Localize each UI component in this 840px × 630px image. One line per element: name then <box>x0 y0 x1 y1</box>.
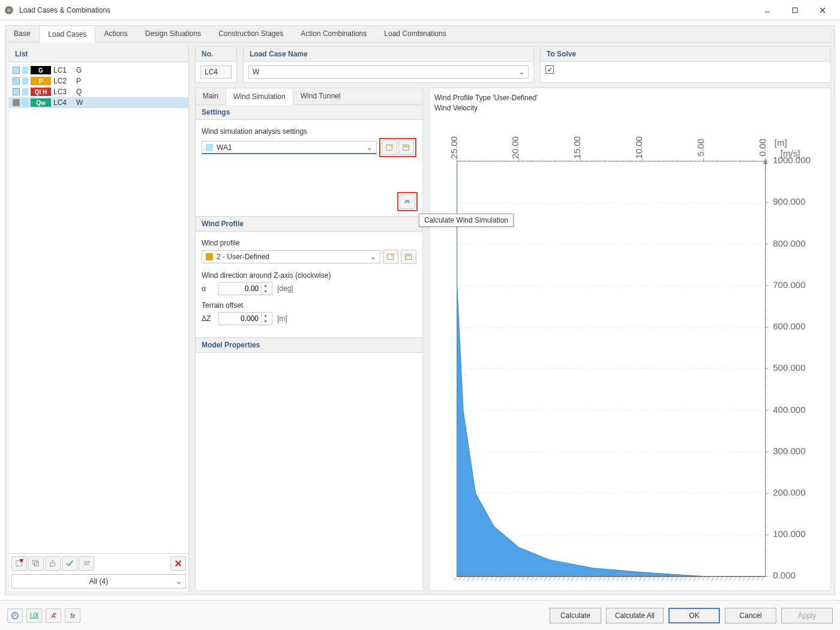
load-case-label: G <box>76 66 82 74</box>
calculate-button[interactable]: Calculate <box>550 608 601 623</box>
svg-text:fx: fx <box>70 611 76 619</box>
main-tabstrip: BaseLoad CasesActionsDesign SituationsCo… <box>5 25 835 42</box>
text-format-button[interactable]: A <box>46 608 61 623</box>
svg-line-203 <box>698 576 701 581</box>
copy-item-button[interactable] <box>28 556 44 571</box>
svg-line-174 <box>567 576 570 581</box>
list-row-lc3[interactable]: Ql HLC3Q <box>9 86 188 97</box>
svg-line-202 <box>693 576 696 581</box>
svg-text:300.000: 300.000 <box>773 445 805 455</box>
svg-line-201 <box>689 576 692 581</box>
new-wind-profile-button[interactable] <box>383 250 398 264</box>
cancel-button[interactable]: Cancel <box>725 608 776 623</box>
svg-line-210 <box>730 576 733 581</box>
dz-symbol: ΔZ <box>202 314 214 323</box>
ok-button[interactable]: OK <box>668 608 720 623</box>
close-button[interactable] <box>809 1 836 19</box>
calculate-wind-simulation-button[interactable] <box>400 194 415 209</box>
new-analysis-settings-button[interactable] <box>382 140 397 155</box>
list-row-lc2[interactable]: PLC2P <box>9 76 188 86</box>
alpha-input[interactable]: ▲▼ <box>218 282 272 295</box>
subtab-wind-simulation[interactable]: Wind Simulation <box>226 89 293 105</box>
load-case-name-value: W <box>253 68 259 76</box>
svg-line-199 <box>680 576 683 581</box>
edit-analysis-settings-button[interactable] <box>398 140 414 155</box>
svg-rect-17 <box>404 146 408 147</box>
edit-wind-profile-button[interactable] <box>401 250 416 264</box>
tab-load-cases[interactable]: Load Cases <box>39 26 95 43</box>
tab-action-combinations[interactable]: Action Combinations <box>292 26 376 42</box>
checkbox-icon[interactable] <box>13 99 20 106</box>
tab-construction-stages[interactable]: Construction Stages <box>210 26 292 42</box>
move-item-button[interactable] <box>45 556 61 571</box>
svg-line-179 <box>589 576 592 581</box>
maximize-button[interactable] <box>781 1 809 19</box>
chevron-down-icon: ⌄ <box>176 577 182 586</box>
renumber-button[interactable] <box>79 556 94 571</box>
wind-profile-header: Wind Profile <box>196 217 422 232</box>
category-badge: Qw <box>31 98 51 107</box>
svg-line-177 <box>580 576 583 581</box>
no-input[interactable] <box>200 65 232 79</box>
spin-up-icon[interactable]: ▲ <box>262 313 269 319</box>
delete-item-button[interactable] <box>170 556 186 571</box>
svg-line-178 <box>585 576 588 581</box>
list-row-lc1[interactable]: GLC1G <box>9 65 188 76</box>
list-row-lc4[interactable]: QwLC4W <box>9 97 188 108</box>
svg-line-180 <box>594 576 597 581</box>
load-case-label: Q <box>76 88 82 96</box>
svg-line-157 <box>490 576 493 581</box>
svg-line-159 <box>499 576 502 581</box>
load-case-code: LC1 <box>53 66 74 74</box>
load-case-code: LC2 <box>53 77 74 85</box>
tab-base[interactable]: Base <box>5 26 39 42</box>
calculate-all-button[interactable]: Calculate All <box>606 608 664 623</box>
terrain-offset-label: Terrain offset <box>202 301 416 310</box>
to-solve-checkbox[interactable] <box>545 65 554 74</box>
svg-line-186 <box>621 576 624 581</box>
chart-title-2: Wind Velocity <box>434 103 826 113</box>
wind-profile-combo[interactable]: 2 - User-Defined ⌄ <box>202 250 380 263</box>
dz-input[interactable]: ▲▼ <box>218 312 272 325</box>
minimize-button[interactable] <box>754 1 781 19</box>
model-properties-header: Model Properties <box>196 338 422 353</box>
checkbox-icon[interactable] <box>13 77 20 85</box>
spin-down-icon[interactable]: ▼ <box>262 319 269 325</box>
svg-point-220 <box>12 612 19 619</box>
tab-load-combinations[interactable]: Load Combinations <box>376 26 455 42</box>
list-filter-combo[interactable]: All (4) ⌄ <box>11 574 186 589</box>
svg-rect-11 <box>50 563 55 566</box>
color-swatch-icon <box>22 99 28 106</box>
checkbox-icon[interactable] <box>13 88 20 95</box>
svg-line-195 <box>662 576 665 581</box>
help-button[interactable] <box>7 608 23 623</box>
load-case-code: LC3 <box>53 88 74 96</box>
units-button[interactable]: 0.00 <box>26 608 42 623</box>
spin-up-icon[interactable]: ▲ <box>262 283 269 289</box>
category-badge: G <box>31 66 51 74</box>
svg-line-196 <box>666 576 669 581</box>
apply-button[interactable]: Apply <box>781 608 833 623</box>
new-item-button[interactable]: ★ <box>11 556 27 571</box>
tab-actions[interactable]: Actions <box>95 26 136 42</box>
subtab-wind-tunnel[interactable]: Wind Tunnel <box>293 88 348 104</box>
svg-line-181 <box>598 576 601 581</box>
svg-text:500.000: 500.000 <box>773 362 805 373</box>
checkbox-icon[interactable] <box>13 67 20 74</box>
svg-line-155 <box>481 576 484 581</box>
svg-line-205 <box>707 576 710 581</box>
svg-line-167 <box>535 576 538 581</box>
spin-down-icon[interactable]: ▼ <box>262 289 269 295</box>
load-case-name-combo[interactable]: W ⌄ <box>248 65 529 79</box>
fx-button[interactable]: fx <box>65 608 80 623</box>
check-all-button[interactable] <box>62 556 77 571</box>
svg-line-172 <box>558 576 561 581</box>
tab-design-situations[interactable]: Design Situations <box>137 26 210 42</box>
color-swatch-icon <box>22 88 28 95</box>
svg-text:200.000: 200.000 <box>773 487 805 497</box>
color-swatch-icon <box>206 253 213 260</box>
svg-line-176 <box>576 576 579 581</box>
analysis-settings-combo[interactable]: WA1 ⌄ <box>202 141 377 154</box>
wind-profile-chart: 25.0020.0015.0010.005.000.00[m/s]1000.00… <box>434 116 826 599</box>
subtab-main[interactable]: Main <box>196 88 226 104</box>
